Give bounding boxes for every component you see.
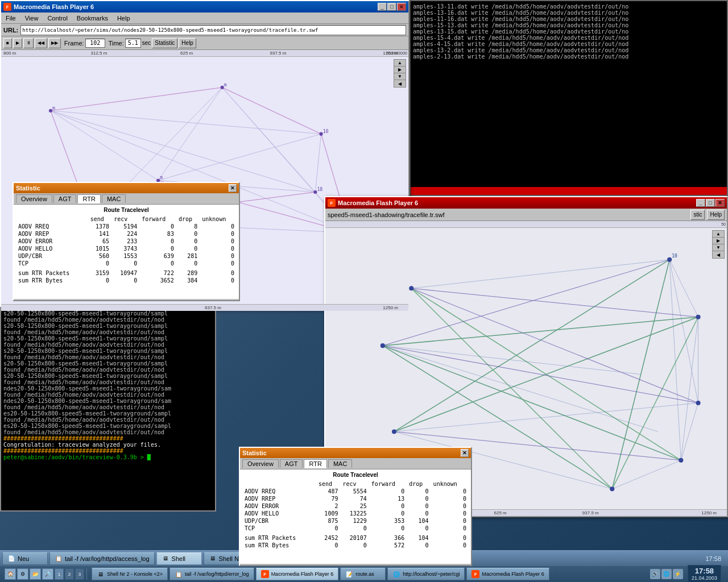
svg-point-79 <box>380 343 385 348</box>
forward-btn[interactable]: ▶▶ <box>48 38 61 48</box>
stat1-cell: 0 <box>176 230 200 238</box>
stat-tab2-mac[interactable]: MAC <box>328 459 352 468</box>
sys-icon-2[interactable]: 🌐 <box>661 569 672 579</box>
nav-down-btn-1[interactable]: ▼ <box>394 73 406 80</box>
player-controls-1: ■ ▶ ⏸ ◀◀ ▶▶ Frame: Time: sec Statistic H… <box>1 36 408 50</box>
nav-right-btn-2[interactable]: ▶ <box>713 238 724 244</box>
time-input-1[interactable] <box>125 39 141 48</box>
stat2-cell: 79 <box>316 495 340 502</box>
stat1-row-label: TCP <box>16 260 88 267</box>
pager-2[interactable]: 2 <box>65 568 74 580</box>
ruler-bottom-2: 1250 m <box>383 305 398 310</box>
svg-line-77 <box>411 288 698 317</box>
menu-file[interactable]: File <box>1 14 20 23</box>
nav-left-btn-1[interactable]: ◀ <box>394 80 406 87</box>
nav-up-btn-1[interactable]: ▲ <box>394 60 406 66</box>
stat1-cell: 281 <box>176 252 200 260</box>
task-btn2-flash2[interactable]: F Macromedia Flash Player 6 <box>466 568 549 580</box>
menu-control[interactable]: Control <box>43 14 72 23</box>
play-stop-btn[interactable]: ■ <box>3 38 12 48</box>
terminal-line: amples-4-15.dat write /media/hdd5/home/a… <box>413 41 725 47</box>
pause-btn[interactable]: ⏸ <box>23 38 34 48</box>
stat2-cell: 0 <box>407 495 431 502</box>
close-btn-2[interactable]: ✕ <box>715 199 725 207</box>
stat-tab2-agt[interactable]: AGT <box>280 459 303 468</box>
svg-text:m: m <box>52 105 55 111</box>
sys-icon-1[interactable]: 🔊 <box>650 569 660 579</box>
stat1-cell: 639 <box>139 252 176 260</box>
sys-tray: 17:58 <box>705 555 726 562</box>
stat-tab-rtr[interactable]: RTR <box>77 194 100 203</box>
nav-left-btn-2[interactable]: ◀ <box>713 251 724 258</box>
play-btn[interactable]: ▶ <box>13 38 22 48</box>
task-btn2-shell2[interactable]: 🖥 Shell Nr 2 - Konsole <2> <box>92 568 168 580</box>
statistic-btn-1[interactable]: Statistic <box>152 38 177 48</box>
svg-text:m: m <box>224 82 227 88</box>
task-btn2-route[interactable]: 📝 route.as <box>340 568 386 580</box>
pager-1[interactable]: 1 <box>55 568 64 580</box>
url-input-1[interactable] <box>20 25 406 35</box>
frame-label-1: Frame: <box>64 40 84 47</box>
stat2-cell: 74 <box>340 495 369 502</box>
task-btn-shell-label: Shell <box>172 555 185 562</box>
maximize-btn-2[interactable]: □ <box>706 199 715 207</box>
terminal-line: amples-13-2.dat write /media/hdd5/home/a… <box>413 47 725 53</box>
task-btn-shell[interactable]: 🖥 Shell <box>156 552 202 565</box>
col-header-send: send <box>88 215 111 223</box>
stat2-cell: 0 <box>369 502 407 510</box>
stat-tab2-rtr[interactable]: RTR <box>304 459 326 468</box>
help-btn-1[interactable]: Help <box>179 38 196 48</box>
pager-3[interactable]: 3 <box>75 568 84 580</box>
stat-tab-agt[interactable]: AGT <box>53 194 77 203</box>
task-btn2-flash1[interactable]: F Macromedia Flash Player 6 <box>256 568 339 580</box>
stat-btn-2[interactable]: stic <box>690 210 705 220</box>
ql-icon-3[interactable]: 📂 <box>30 568 41 580</box>
shell-line: peter@sabine:/aodv/bin/traceview-0.3.9b … <box>3 454 213 460</box>
stat-close-btn-1[interactable]: ✕ <box>229 184 237 192</box>
task-btn2-cgi[interactable]: 🌐 http://localhost/~peter/cgi-bin <box>387 568 465 580</box>
app-row: 📄 Neu 📋 tail -f /var/log/httpd/access_lo… <box>2 552 251 565</box>
menu-help[interactable]: Help <box>113 14 135 23</box>
task-btn2-tail[interactable]: 📋 tail -f /var/log/httpd/error_log <box>169 568 254 580</box>
close-button-1[interactable]: ✕ <box>397 3 406 11</box>
stat1-row-label: AODV RREP <box>16 230 88 238</box>
stat2-cell: 1229 <box>340 517 369 525</box>
stat-tab-mac[interactable]: MAC <box>102 194 126 203</box>
stat-tab-overview[interactable]: Overview <box>16 194 52 203</box>
stat1-cell: 0 <box>88 277 111 284</box>
help-btn-2[interactable]: Help <box>707 210 725 220</box>
stat1-cell: 3159 <box>88 269 111 277</box>
minimize-button-1[interactable]: _ <box>378 3 387 11</box>
ql-icon-4[interactable]: 🔎 <box>42 568 53 580</box>
menu-bookmarks[interactable]: Bookmarks <box>72 14 113 23</box>
nav-down-btn-2[interactable]: ▼ <box>713 244 724 251</box>
minimize-btn-2[interactable]: _ <box>696 199 705 207</box>
task-btn-tail[interactable]: 📋 tail -f /var/log/httpd/access_log <box>49 552 155 565</box>
maximize-button-1[interactable]: □ <box>387 3 396 11</box>
flash1-icon: F <box>261 570 269 578</box>
svg-line-66 <box>383 346 681 460</box>
col-header-forward: forward <box>139 215 176 223</box>
shell-line: found /media/hdd5/home/aodv/aodvtestdir/… <box>3 342 213 348</box>
svg-line-48 <box>383 346 658 431</box>
frame-input-1[interactable] <box>85 39 105 48</box>
ruler-label-1: 312.5 m <box>91 51 107 56</box>
terminal-line: amples-2-13.dat write /media/hdd5/home/a… <box>413 53 725 60</box>
nav-up-btn-2[interactable]: ▲ <box>713 231 724 238</box>
shell-line: found /media/hdd5/home/aodv/aodvtestdir/… <box>3 392 213 398</box>
back-btn[interactable]: ◀◀ <box>35 38 47 48</box>
stat1-cell: 560 <box>88 252 111 260</box>
stat1-row-label: AODV RREQ <box>16 223 88 230</box>
ql-icon-1[interactable]: 🏠 <box>5 568 16 580</box>
stat1-cell: 141 <box>88 230 111 238</box>
ql-icon-2[interactable]: ⚙ <box>17 568 28 580</box>
stat-close-btn-2[interactable]: ✕ <box>461 449 469 457</box>
flash-window-controls-1: _ □ ✕ <box>378 3 406 11</box>
svg-point-82 <box>696 315 701 319</box>
nav-right-btn-1[interactable]: ▶ <box>394 66 406 73</box>
stat-tab2-overview[interactable]: Overview <box>242 459 279 468</box>
menu-view[interactable]: View <box>20 14 43 23</box>
sys-icon-3[interactable]: ⚡ <box>673 569 683 579</box>
task-btn-neu[interactable]: 📄 Neu <box>2 552 48 565</box>
task-btn2-flash2-label: Macromedia Flash Player 6 <box>482 571 544 577</box>
